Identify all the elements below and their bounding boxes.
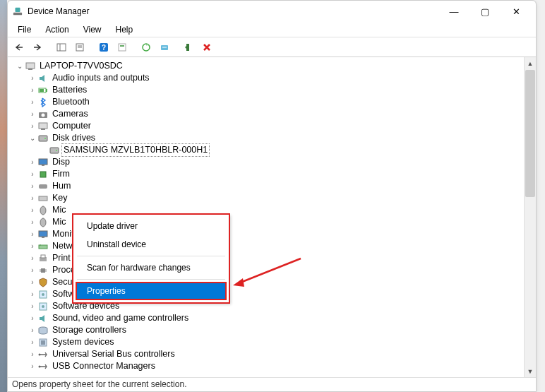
device-icon [37,325,49,336]
chevron-icon[interactable]: › [28,168,37,180]
chevron-icon[interactable]: › [28,192,37,204]
chevron-icon[interactable]: › [28,84,37,96]
uninstall-icon[interactable] [198,40,215,55]
context-update-driver[interactable]: Update driver [76,217,227,235]
context-separator [77,279,225,280]
chevron-down-icon[interactable]: ⌄ [15,60,25,72]
menubar: File Action View Help [8,22,536,37]
properties-icon[interactable] [71,40,88,55]
tree-category[interactable]: ›Sound, video and game controllers [9,312,522,324]
tree-category[interactable]: ›Storage controllers [9,324,522,336]
update-icon[interactable] [138,40,155,55]
svg-rect-16 [28,69,32,70]
tree-device-selected[interactable]: SAMSUNG MZVLB1T0HBLR-000H1 [9,144,522,156]
tree-category[interactable]: ›USB Connector Managers [9,360,522,372]
svg-rect-24 [39,136,47,141]
chevron-icon[interactable]: › [28,108,37,120]
device-icon [37,241,49,252]
tree-category[interactable]: ›Firm [9,168,522,180]
context-menu: Update driver Uninstall device Scan for … [73,214,229,303]
device-icon [37,265,49,276]
svg-rect-19 [40,89,44,92]
svg-rect-10 [120,45,124,47]
chevron-icon[interactable]: › [28,120,37,132]
status-bar: Opens property sheet for the current sel… [8,377,536,391]
chevron-icon[interactable]: › [28,204,37,216]
context-properties[interactable]: Properties [76,282,227,300]
vertical-scrollbar[interactable]: ▲ ▼ [524,57,536,377]
chevron-icon[interactable]: › [28,228,37,240]
chevron-icon[interactable]: › [28,276,37,288]
tree-category[interactable]: ›Batteries [9,84,522,96]
menu-help[interactable]: Help [109,23,140,36]
context-uninstall-device[interactable]: Uninstall device [76,235,227,254]
device-icon [37,157,49,168]
chevron-icon[interactable]: › [28,240,37,252]
tree-category[interactable]: ›Key [9,192,522,204]
svg-point-53 [39,353,41,355]
svg-rect-31 [39,184,47,189]
device-icon [37,361,49,372]
svg-rect-15 [26,63,35,69]
chevron-icon[interactable]: › [28,300,37,312]
svg-rect-0 [13,13,22,16]
tree-category[interactable]: ⌄Disk drives [9,132,522,144]
svg-rect-40 [41,255,45,258]
chevron-icon[interactable]: › [28,156,37,168]
chevron-icon[interactable]: ⌄ [28,132,37,144]
menu-view[interactable]: View [76,23,109,36]
svg-rect-36 [42,237,44,238]
chevron-icon[interactable]: › [28,348,37,360]
desktop-strip [0,0,7,392]
scroll-down-icon[interactable]: ▼ [525,365,536,377]
chevron-icon[interactable]: › [28,96,37,108]
maximize-button[interactable]: ▢ [469,1,501,22]
tree-category[interactable]: ›Disp [9,156,522,168]
tree-category[interactable]: ›Bluetooth [9,96,522,108]
chevron-icon[interactable]: › [28,72,37,84]
scroll-up-icon[interactable]: ▲ [525,57,536,69]
close-button[interactable]: ✕ [501,1,532,22]
device-icon [37,217,49,228]
device-manager-window: Device Manager — ▢ ✕ File Action View He… [7,0,537,392]
tree-category[interactable]: ›Computer [9,120,522,132]
chevron-icon[interactable]: › [28,360,37,372]
enable-icon[interactable] [180,40,197,55]
tree-category[interactable]: ›Audio inputs and outputs [9,72,522,84]
chevron-icon[interactable]: › [28,336,37,348]
scrollbar-thumb[interactable] [525,70,535,197]
tree-category[interactable]: ›Universal Serial Bus controllers [9,348,522,360]
chevron-icon[interactable]: › [28,312,37,324]
forward-button[interactable] [29,40,46,55]
device-icon [37,229,49,240]
svg-rect-2 [57,44,66,51]
tree-category[interactable]: ›Hum [9,180,522,192]
device-icon [37,301,49,312]
chevron-icon[interactable]: › [28,324,37,336]
svg-rect-30 [40,172,46,177]
device-icon [37,181,49,192]
chevron-icon[interactable]: › [28,252,37,264]
device-icon [37,169,49,180]
tree-root[interactable]: ⌄ LAPTOP-T7VV0SDC [9,60,522,72]
chevron-icon[interactable]: › [28,216,37,228]
back-button[interactable] [11,40,28,55]
context-separator [77,256,225,256]
scan-icon[interactable] [156,40,173,55]
chevron-icon[interactable]: › [28,264,37,276]
menu-file[interactable]: File [11,23,38,36]
toolbar: ? [8,37,536,57]
svg-rect-18 [46,89,47,92]
chevron-icon[interactable]: › [28,288,37,300]
chevron-icon[interactable]: › [28,180,37,192]
action-icon[interactable] [114,40,131,55]
tree-category[interactable]: ›System devices [9,336,522,348]
show-hide-console-tree-icon[interactable] [53,40,70,55]
minimize-button[interactable]: — [438,1,469,22]
context-scan-hardware[interactable]: Scan for hardware changes [76,259,227,277]
menu-action[interactable]: Action [38,23,76,36]
svg-point-33 [40,206,46,215]
help-icon[interactable]: ? [95,40,112,55]
content-area: ⌄ LAPTOP-T7VV0SDC ›Audio inputs and outp… [8,57,536,377]
tree-category[interactable]: ›Cameras [9,108,522,120]
